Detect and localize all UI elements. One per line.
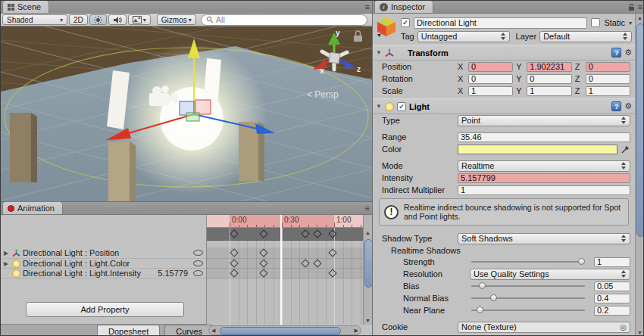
lock-icon[interactable] <box>628 3 635 11</box>
light-intensity-input[interactable] <box>458 173 630 183</box>
shaded-dropdown[interactable]: Shaded ▾ <box>2 14 67 25</box>
rotation-z-input[interactable] <box>586 74 630 84</box>
static-dropdown-icon[interactable]: ▾ <box>629 20 632 26</box>
tab-dopesheet[interactable]: Dopesheet <box>97 325 160 336</box>
persp-label[interactable]: < Persp <box>307 89 339 100</box>
record-dot-icon <box>8 205 14 212</box>
active-checkbox[interactable]: ✔ <box>401 18 410 27</box>
playhead[interactable] <box>280 215 282 325</box>
cookie-object-field[interactable]: None (Texture) ◎ <box>458 322 630 333</box>
scale-x-input[interactable] <box>468 86 513 96</box>
pillar-left[interactable] <box>10 113 37 182</box>
shadow-type-dropdown[interactable]: Soft Shadows <box>458 233 630 244</box>
scene-3d-viewport[interactable]: y x z < Persp <box>1 26 372 201</box>
scroll-down-icon[interactable]: ▼ <box>637 330 642 335</box>
help-icon[interactable]: ? <box>611 48 621 58</box>
gizmos-dropdown[interactable]: Gizmos ▾ <box>157 14 196 25</box>
scroll-up-icon[interactable]: ▲ <box>365 230 370 235</box>
scale-z-input[interactable] <box>586 86 630 96</box>
strength-input[interactable] <box>594 257 630 267</box>
add-property-button[interactable]: Add Property <box>26 302 184 317</box>
light-section-header[interactable]: ▼ ✔ Light ? ⚙ <box>373 98 635 114</box>
property-row-light-intensity[interactable]: Directional Light : Light.Intensity 5.15… <box>1 269 206 278</box>
property-row-light-color[interactable]: ▶ Directional Light : Light.Color <box>1 259 206 269</box>
light-mode-dropdown[interactable]: Realtime <box>458 160 630 172</box>
scroll-up-icon[interactable]: ▲ <box>637 15 642 20</box>
foldout-icon[interactable]: ▶ <box>4 250 10 257</box>
unity-editor: Scene ≡ Shaded ▾ 2D <box>0 0 644 336</box>
timeline-vscrollbar[interactable]: ▲ ▼ <box>363 215 372 325</box>
foldout-icon[interactable]: ▼ <box>376 49 382 56</box>
near-plane-input[interactable] <box>594 306 630 316</box>
slider-knob[interactable] <box>479 282 486 289</box>
scroll-down-icon[interactable]: ▼ <box>365 318 370 323</box>
light-indirect-input[interactable] <box>458 185 630 195</box>
hscroll-thumb[interactable] <box>220 327 341 335</box>
effects-dropdown[interactable]: ▾ <box>128 14 151 25</box>
slider-knob[interactable] <box>490 294 497 301</box>
lighting-toggle[interactable] <box>89 14 107 25</box>
animation-panel-menu-icon[interactable]: ≡ <box>365 204 370 213</box>
scroll-left-icon[interactable]: ◀ <box>211 328 215 334</box>
scene-panel-menu-icon[interactable]: ≡ <box>365 2 370 11</box>
static-checkbox[interactable] <box>591 18 600 27</box>
keyframe-toggle-icon[interactable] <box>193 250 203 256</box>
foldout-icon[interactable]: ▶ <box>4 260 10 267</box>
rotation-label: Rotation <box>382 74 455 83</box>
normal-bias-input[interactable] <box>594 294 630 303</box>
near-plane-slider[interactable] <box>471 310 585 311</box>
tab-curves[interactable]: Curves <box>164 325 214 336</box>
tab-inspector[interactable]: i Inspector <box>374 0 433 13</box>
keyframe-toggle-icon[interactable] <box>193 270 203 276</box>
inspector-panel-menu-icon[interactable]: ≡ <box>638 2 642 11</box>
slider-knob[interactable] <box>477 306 483 313</box>
gear-icon[interactable]: ⚙ <box>624 48 632 57</box>
gear-icon[interactable]: ⚙ <box>624 102 632 110</box>
move-gizmo-plane-x[interactable] <box>195 100 211 114</box>
scene-search-input[interactable]: All <box>201 14 367 26</box>
position-y-input[interactable] <box>527 62 571 72</box>
2d-toggle[interactable]: 2D <box>69 14 88 25</box>
timeline-hscrollbar[interactable]: ◀ ▶ <box>208 325 361 335</box>
popup-arrow-icon <box>621 117 627 124</box>
light-enabled-checkbox[interactable]: ✔ <box>397 102 406 111</box>
eyedropper-icon[interactable] <box>621 145 630 154</box>
position-z-input[interactable] <box>586 62 630 72</box>
gizmo-center-cube[interactable] <box>329 52 340 64</box>
foldout-icon[interactable]: ▼ <box>376 103 382 110</box>
move-gizmo-plane-y[interactable] <box>186 113 199 121</box>
transform-section-header[interactable]: ▼ Transform ? ⚙ <box>373 45 635 61</box>
gameobject-name-input[interactable] <box>414 17 587 29</box>
pillar-bottom[interactable] <box>108 142 136 201</box>
bias-slider[interactable] <box>471 285 585 287</box>
vscroll-thumb[interactable] <box>636 23 644 237</box>
strength-slider[interactable] <box>471 261 585 263</box>
help-icon[interactable]: ? <box>611 101 621 111</box>
warning-icon: ! <box>384 205 399 219</box>
bias-input[interactable] <box>594 282 630 291</box>
tag-dropdown[interactable]: Untagged <box>417 31 510 42</box>
light-range-input[interactable] <box>458 132 630 142</box>
rotation-x-input[interactable] <box>468 74 513 84</box>
timeline-ruler[interactable]: 0:000:301:00 <box>207 215 363 228</box>
property-row-position[interactable]: ▶ Directional Light : Position <box>1 247 206 259</box>
tab-scene[interactable]: Scene <box>2 0 49 13</box>
position-x-input[interactable] <box>468 62 513 72</box>
keyframe-toggle-icon[interactable] <box>193 260 203 266</box>
tab-animation[interactable]: Animation <box>2 201 63 214</box>
resolution-row: Resolution Use Quality Settings <box>373 268 635 280</box>
layer-dropdown[interactable]: Default <box>539 31 632 42</box>
rotation-y-input[interactable] <box>527 74 571 84</box>
audio-toggle[interactable] <box>108 14 127 25</box>
slider-knob[interactable] <box>578 258 585 265</box>
normal-bias-slider[interactable] <box>471 297 585 299</box>
light-color-swatch[interactable] <box>458 145 617 154</box>
dopesheet-timeline[interactable]: 0:000:301:00 <box>207 215 363 325</box>
object-picker-icon[interactable]: ◎ <box>620 323 627 331</box>
search-filter-label: All <box>216 15 225 24</box>
scroll-right-icon[interactable]: ▶ <box>355 328 358 334</box>
scale-y-input[interactable] <box>527 86 571 96</box>
light-type-dropdown[interactable]: Point <box>458 115 630 126</box>
resolution-dropdown[interactable]: Use Quality Settings <box>470 269 630 280</box>
inspector-scrollbar[interactable]: ▲ ▼ <box>635 14 644 336</box>
